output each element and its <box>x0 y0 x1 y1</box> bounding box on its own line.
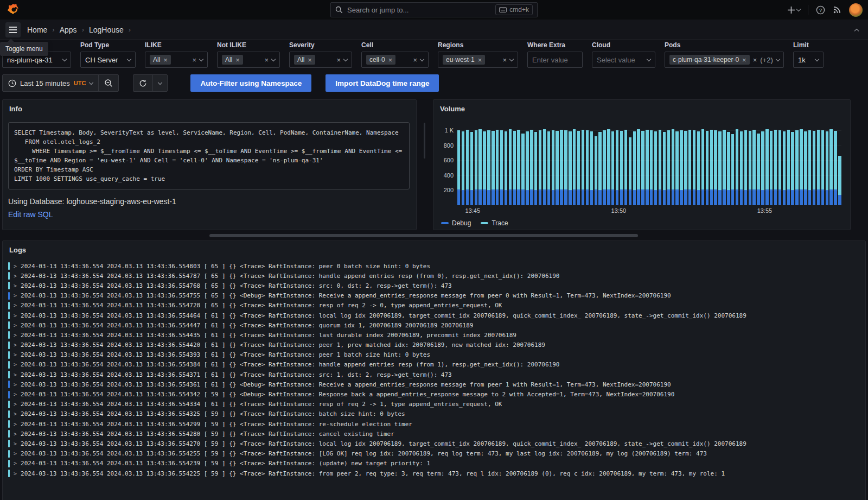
volume-panel-title[interactable]: Volume <box>433 100 850 118</box>
log-row[interactable]: >2024-03-13 13:43:36.554 2024.03.13 13:4… <box>3 311 865 320</box>
log-row[interactable]: >2024-03-13 13:43:36.554 2024.03.13 13:4… <box>3 439 865 448</box>
log-expand-icon[interactable]: > <box>14 401 17 407</box>
log-row[interactable]: >2024-03-13 13:43:36.554 2024.03.13 13:4… <box>3 449 865 459</box>
log-row[interactable]: >2024-03-13 13:43:36.554 2024.03.13 13:4… <box>3 429 865 439</box>
help-button[interactable]: ? <box>816 5 825 15</box>
log-expand-icon[interactable]: > <box>14 273 17 279</box>
log-expand-icon[interactable]: > <box>14 372 17 378</box>
logs-panel-title[interactable]: Logs <box>3 241 865 259</box>
breadcrumb-item-loghouse[interactable]: LogHouse <box>89 26 124 34</box>
log-expand-icon[interactable]: > <box>14 283 17 289</box>
log-expand-icon[interactable]: > <box>14 441 17 447</box>
log-expand-icon[interactable]: > <box>14 322 17 328</box>
filter-regions-control[interactable]: eu-west-1×× <box>438 52 518 68</box>
log-row[interactable]: >2024-03-13 13:43:36.554 2024.03.13 13:4… <box>3 379 865 389</box>
global-search-input[interactable]: Search or jump to... cmd+k <box>330 2 538 17</box>
clear-all-icon[interactable]: × <box>336 56 341 64</box>
y-axis-tick: 800 <box>444 142 454 149</box>
chevron-up-icon[interactable] <box>854 29 859 33</box>
log-row[interactable]: >2024-03-13 13:43:36.554 2024.03.13 13:4… <box>3 271 865 281</box>
log-row[interactable]: >2024-03-13 13:43:36.554 2024.03.13 13:4… <box>3 459 865 469</box>
filter-not-ilike-control[interactable]: All×× <box>217 52 280 68</box>
filter-where-extra-control[interactable]: Enter value <box>527 52 583 68</box>
filter-ilike-control[interactable]: All×× <box>145 52 208 68</box>
edit-raw-sql-link[interactable]: Edit raw SQL <box>8 210 410 219</box>
log-expand-icon[interactable]: > <box>14 460 17 466</box>
log-row[interactable]: >2024-03-13 13:43:36.554 2024.03.13 13:4… <box>3 400 865 409</box>
log-expand-icon[interactable]: > <box>14 332 17 338</box>
log-expand-icon[interactable]: > <box>14 391 17 397</box>
volume-bar <box>577 131 580 205</box>
chip-remove-icon[interactable]: × <box>308 56 312 64</box>
log-expand-icon[interactable]: > <box>14 421 17 427</box>
legend-item-trace[interactable]: Trace <box>481 219 508 227</box>
clear-all-icon[interactable]: × <box>192 56 196 64</box>
volume-bar <box>723 130 725 205</box>
info-panel-title[interactable]: Info <box>3 100 416 118</box>
log-row[interactable]: >2024-03-13 13:43:36.554 2024.03.13 13:4… <box>3 291 865 301</box>
clear-all-icon[interactable]: × <box>753 56 757 64</box>
log-row[interactable]: >2024-03-13 13:43:36.554 2024.03.13 13:4… <box>3 340 865 350</box>
log-row[interactable]: >2024-03-13 13:43:36.554 2024.03.13 13:4… <box>3 419 865 429</box>
toggle-menu-tooltip: Toggle menu <box>0 42 48 56</box>
grafana-logo-icon[interactable] <box>7 3 20 16</box>
refresh-button[interactable] <box>133 75 152 91</box>
filter-pods-control[interactable]: c-plum-qa-31-keeper-0××(+2) <box>665 52 784 68</box>
log-row[interactable]: >2024-03-13 13:43:36.554 2024.03.13 13:4… <box>3 389 865 399</box>
refresh-interval-dropdown[interactable] <box>152 75 167 91</box>
filter-cloud-control[interactable]: Select value <box>592 52 655 68</box>
time-range-picker[interactable]: Last 15 minutes UTC <box>3 75 98 91</box>
filter-cell-control[interactable]: cell-0×× <box>361 52 429 68</box>
log-expand-icon[interactable]: > <box>14 471 17 477</box>
log-expand-icon[interactable]: > <box>14 302 17 308</box>
volume-bar <box>641 131 644 205</box>
log-row[interactable]: >2024-03-13 13:43:36.554 2024.03.13 13:4… <box>3 281 865 290</box>
log-row[interactable]: >2024-03-13 13:43:36.554 2024.03.13 13:4… <box>3 360 865 370</box>
auto-filter-button[interactable]: Auto-Filter using Namespace <box>190 74 311 92</box>
log-expand-icon[interactable]: > <box>14 263 17 269</box>
breadcrumb-item-home[interactable]: Home <box>27 26 47 34</box>
scrollbar-handle[interactable] <box>209 234 638 237</box>
panel-resize-handle[interactable] <box>424 123 425 159</box>
log-row[interactable]: >2024-03-13 13:43:36.554 2024.03.13 13:4… <box>3 320 865 330</box>
log-expand-icon[interactable]: > <box>14 382 17 388</box>
log-expand-icon[interactable]: > <box>14 431 17 437</box>
legend-item-debug[interactable]: Debug <box>441 219 471 227</box>
log-row[interactable]: >2024-03-13 13:43:36.554 2024.03.13 13:4… <box>3 409 865 419</box>
log-expand-icon[interactable]: > <box>14 411 17 417</box>
add-new-button[interactable] <box>787 6 800 14</box>
log-expand-icon[interactable]: > <box>14 362 17 368</box>
menu-toggle-button[interactable] <box>5 22 21 37</box>
log-row[interactable]: >2024-03-13 13:43:36.554 2024.03.13 13:4… <box>3 469 865 478</box>
log-row[interactable]: >2024-03-13 13:43:36.554 2024.03.13 13:4… <box>3 370 865 379</box>
chip-remove-icon[interactable]: × <box>742 56 746 64</box>
refresh-icon <box>139 79 147 87</box>
log-row[interactable]: >2024-03-13 13:43:36.554 2024.03.13 13:4… <box>3 301 865 311</box>
chip-remove-icon[interactable]: × <box>478 56 482 64</box>
chip-remove-icon[interactable]: × <box>388 56 393 64</box>
log-row[interactable]: >2024-03-13 13:43:36.554 2024.03.13 13:4… <box>3 350 865 360</box>
log-expand-icon[interactable]: > <box>14 352 17 358</box>
avatar[interactable] <box>849 3 863 17</box>
breadcrumb-item-apps[interactable]: Apps <box>60 26 77 34</box>
log-expand-icon[interactable]: > <box>14 451 17 457</box>
log-row[interactable]: >2024-03-13 13:43:36.554 2024.03.13 13:4… <box>3 330 865 340</box>
chip-remove-icon[interactable]: × <box>163 56 168 64</box>
log-expand-icon[interactable]: > <box>14 313 17 319</box>
clear-all-icon[interactable]: × <box>502 56 507 64</box>
log-expand-icon[interactable]: > <box>14 293 17 299</box>
log-row[interactable]: >2024-03-13 13:43:36.554 2024.03.13 13:4… <box>3 261 865 271</box>
volume-bar <box>727 132 730 205</box>
chip-remove-icon[interactable]: × <box>235 56 240 64</box>
log-level-indicator <box>8 401 10 408</box>
filter-limit-control[interactable]: 1k <box>793 52 824 68</box>
filter-severity-control[interactable]: All×× <box>289 52 352 68</box>
log-expand-icon[interactable]: > <box>14 342 17 348</box>
filter-pod-type-control[interactable]: CH Server <box>80 52 136 68</box>
clear-all-icon[interactable]: × <box>264 56 269 64</box>
import-datadog-button[interactable]: Import DataDog time range <box>326 74 439 92</box>
clear-all-icon[interactable]: × <box>413 56 417 64</box>
news-button[interactable] <box>833 5 841 14</box>
volume-bar <box>475 130 477 205</box>
zoom-out-button[interactable] <box>98 75 118 91</box>
